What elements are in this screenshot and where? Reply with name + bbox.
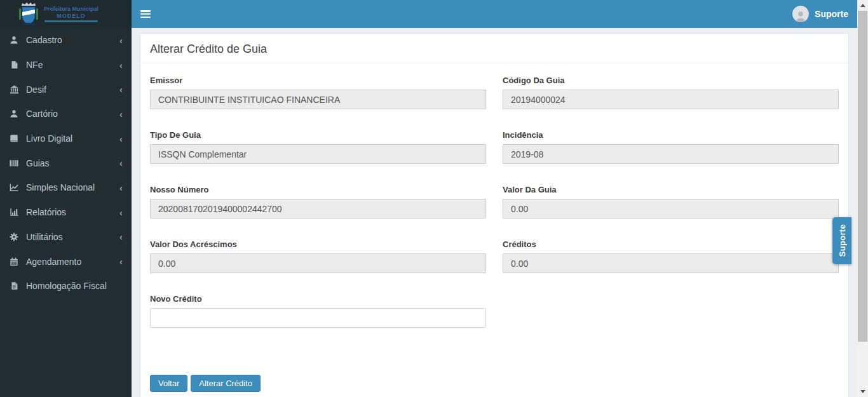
creditos-input [503, 253, 839, 273]
field-valor-da-guia: Valor Da Guia [503, 185, 839, 219]
brand-subtitle: MODELO [57, 13, 86, 19]
sidebar-item-guias[interactable]: Guias ‹ [0, 151, 132, 175]
sidebar-item-desif[interactable]: Desif ‹ [0, 77, 132, 102]
novo-credito-input[interactable] [150, 308, 486, 328]
chevron-left-icon: ‹ [119, 60, 123, 70]
sidebar-item-nfe[interactable]: NFe ‹ [0, 53, 132, 77]
card-header: Alterar Crédito de Guia [140, 34, 848, 64]
chevron-left-icon: ‹ [119, 232, 123, 241]
field-label: Emissor [150, 76, 486, 85]
chevron-left-icon: ‹ [119, 183, 123, 192]
field-nosso-numero: Nosso Número [150, 185, 486, 219]
incidencia-input [503, 144, 839, 164]
field-label: Valor Dos Acréscimos [150, 239, 486, 249]
valor-dos-acrescimos-input [150, 253, 486, 273]
chevron-left-icon: ‹ [119, 158, 123, 168]
support-side-tab-label: Suporte [837, 224, 847, 257]
brand-logo[interactable]: Prefeitura Municipal MODELO [0, 0, 132, 28]
chevron-left-icon: ‹ [119, 109, 123, 119]
card-body: Emissor Código Da Guia Tipo De Guia Inci… [140, 64, 848, 396]
field-novo-credito: Novo Crédito [150, 294, 486, 328]
sidebar-item-label: Desif [26, 84, 113, 95]
field-incidencia: Incidência [503, 130, 839, 164]
sidebar-item-label: Simples Nacional [26, 182, 113, 192]
sidebar-item-agendamento[interactable]: Agendamento ‹ [0, 249, 132, 274]
chevron-left-icon: ‹ [119, 257, 123, 266]
field-label: Incidência [503, 130, 839, 140]
scroll-down-icon[interactable] [857, 386, 868, 397]
sidebar-item-label: Agendamento [26, 257, 113, 267]
field-label: Novo Crédito [150, 294, 486, 304]
voltar-button[interactable]: Voltar [150, 375, 187, 392]
emissor-input [150, 90, 486, 109]
sidebar-item-label: NFe [26, 60, 113, 70]
field-tipo-de-guia: Tipo De Guia [150, 130, 486, 164]
topbar: Suporte [132, 0, 857, 28]
barcode-icon [8, 159, 20, 168]
field-valor-dos-acrescimos: Valor Dos Acréscimos [150, 239, 486, 273]
hamburger-menu-icon[interactable] [140, 10, 151, 18]
sidebar-item-livro-digital[interactable]: Livro Digital ‹ [0, 126, 132, 151]
gear-icon [8, 232, 20, 241]
nosso-numero-input [150, 199, 486, 219]
form-card: Alterar Crédito de Guia Emissor Código D… [140, 33, 849, 397]
field-label: Créditos [503, 239, 839, 249]
sidebar-item-cartorio[interactable]: Cartório ‹ [0, 102, 132, 126]
line-chart-icon [8, 183, 20, 192]
vertical-scrollbar[interactable] [857, 0, 868, 397]
chevron-left-icon: ‹ [119, 36, 123, 45]
field-creditos: Créditos [503, 239, 839, 273]
sidebar-item-homologacao-fiscal[interactable]: Homologação Fiscal [0, 274, 132, 299]
sidebar-menu: Cadastro ‹ NFe ‹ Desif ‹ Cartório ‹ [0, 28, 132, 299]
field-label: Código Da Guia [503, 76, 839, 85]
sidebar-item-label: Homologação Fiscal [26, 281, 123, 291]
book-icon [8, 134, 20, 143]
sidebar: Prefeitura Municipal MODELO Cadastro ‹ N… [0, 0, 132, 397]
sidebar-item-label: Guias [26, 158, 113, 168]
brand-tagline [44, 20, 98, 22]
sidebar-item-label: Cadastro [26, 35, 113, 45]
sidebar-item-label: Cartório [26, 109, 113, 119]
bank-icon [8, 85, 20, 94]
chevron-left-icon: ‹ [119, 134, 123, 144]
form-actions: Voltar Alterar Crédito [150, 375, 839, 396]
chevron-left-icon: ‹ [119, 208, 123, 217]
sidebar-item-cadastro[interactable]: Cadastro ‹ [0, 28, 132, 53]
avatar [792, 6, 809, 22]
field-label: Valor Da Guia [503, 185, 839, 194]
file-icon [8, 60, 20, 69]
page-title: Alterar Crédito de Guia [150, 43, 839, 56]
field-label: Tipo De Guia [150, 130, 486, 140]
chevron-left-icon: ‹ [119, 84, 123, 94]
user-icon [8, 109, 20, 118]
scroll-up-icon[interactable] [857, 0, 868, 11]
valor-da-guia-input [503, 199, 839, 219]
user-menu[interactable]: Suporte [792, 6, 848, 22]
codigo-da-guia-input [503, 90, 839, 109]
alterar-credito-button[interactable]: Alterar Crédito [191, 375, 261, 392]
sidebar-item-label: Utilitários [26, 232, 113, 242]
user-label: Suporte [815, 9, 848, 19]
scrollbar-thumb[interactable] [858, 11, 867, 342]
sidebar-item-simples-nacional[interactable]: Simples Nacional ‹ [0, 175, 132, 200]
coat-of-arms-icon [18, 2, 39, 26]
main-content: Alterar Crédito de Guia Emissor Código D… [132, 28, 857, 397]
bar-chart-icon [8, 208, 20, 217]
user-icon [8, 36, 20, 44]
sidebar-item-relatorios[interactable]: Relatórios ‹ [0, 200, 132, 225]
form-grid: Emissor Código Da Guia Tipo De Guia Inci… [150, 76, 839, 328]
support-side-tab[interactable]: Suporte [832, 217, 851, 264]
field-label: Nosso Número [150, 185, 486, 194]
brand-title: Prefeitura Municipal [44, 6, 98, 12]
field-emissor: Emissor [150, 76, 486, 109]
field-codigo-da-guia: Código Da Guia [503, 76, 839, 109]
calendar-icon [8, 257, 20, 266]
tipo-de-guia-input [150, 144, 486, 164]
sidebar-item-label: Relatórios [26, 207, 113, 217]
sidebar-item-label: Livro Digital [26, 133, 113, 144]
sidebar-item-utilitarios[interactable]: Utilitários ‹ [0, 225, 132, 250]
file-text-icon [8, 281, 20, 290]
